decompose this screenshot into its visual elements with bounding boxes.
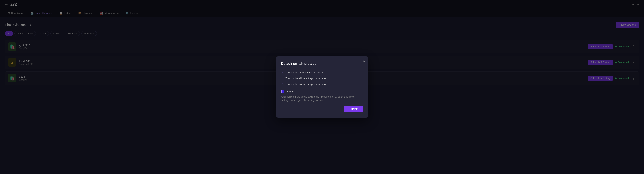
agree-note: After agreeing, the above switches will …	[281, 95, 363, 102]
modal-item-2: ✓ Turn on the shipment synchronization	[281, 75, 363, 81]
check-icon-1: ✓	[281, 71, 284, 74]
modal-footer: Submit	[281, 106, 363, 112]
agree-section: I agree	[281, 90, 363, 93]
modal-item-1: ✓ Turn on the order synchronization	[281, 70, 363, 75]
submit-button[interactable]: Submit	[344, 106, 363, 112]
modal-overlay[interactable]: Default switch protocol × ✓ Turn on the …	[0, 0, 644, 174]
modal-title: Default switch protocol	[281, 62, 363, 66]
check-icon-3: ✓	[281, 82, 284, 86]
agree-checkbox[interactable]	[281, 90, 284, 93]
agree-label: I agree	[286, 90, 294, 93]
modal-close-button[interactable]: ×	[363, 60, 365, 63]
modal-item-text-2: Turn on the shipment synchronization	[286, 77, 327, 80]
check-icon-2: ✓	[281, 77, 284, 80]
modal-item-text-3: Turn on the inventory synchronization	[286, 83, 327, 86]
modal-dialog: Default switch protocol × ✓ Turn on the …	[276, 57, 368, 117]
modal-item-text-1: Turn on the order synchronization	[286, 71, 323, 74]
modal-item-3: ✓ Turn on the inventory synchronization	[281, 81, 363, 87]
